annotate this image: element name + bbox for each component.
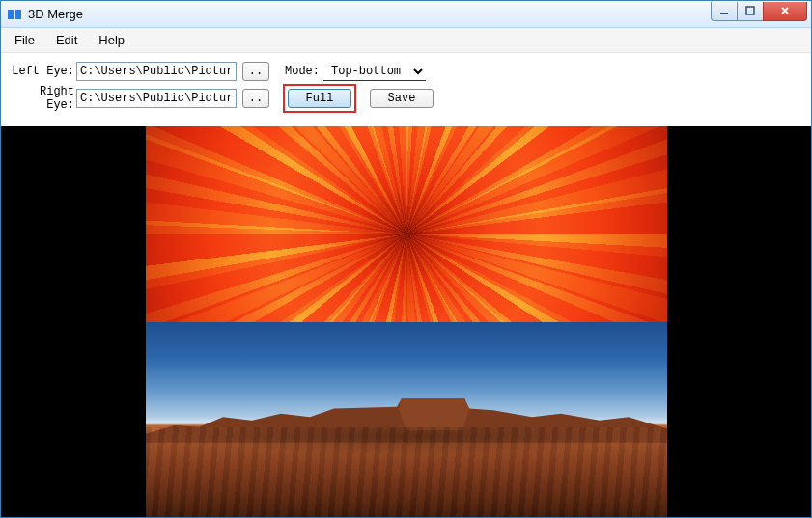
minimize-button[interactable] <box>711 2 738 21</box>
right-eye-row: Right Eye: .. Full Save <box>11 88 801 109</box>
ground-shadow <box>146 427 667 517</box>
menu-help[interactable]: Help <box>98 33 125 47</box>
flower-image <box>146 126 667 322</box>
left-eye-row: Left Eye: .. Mode: Top-bottom <box>11 61 801 82</box>
app-window: 3D Merge File Edit Help Left Eye: .. Mod… <box>0 0 812 518</box>
controls-panel: Left Eye: .. Mode: Top-bottom Right Eye:… <box>1 53 811 126</box>
mode-label: Mode: <box>285 65 320 78</box>
right-eye-input[interactable] <box>76 89 237 108</box>
save-button[interactable]: Save <box>370 89 434 108</box>
app-icon <box>7 7 22 22</box>
svg-rect-1 <box>15 10 21 19</box>
preview-area <box>1 126 811 517</box>
titlebar: 3D Merge <box>1 1 811 28</box>
right-eye-browse-button[interactable]: .. <box>242 89 269 108</box>
left-eye-input[interactable] <box>76 62 237 81</box>
window-controls <box>712 2 807 21</box>
bottom-image <box>146 322 667 518</box>
mode-select[interactable]: Top-bottom <box>323 62 426 81</box>
menubar: File Edit Help <box>1 28 811 53</box>
desert-image <box>146 322 667 518</box>
full-button[interactable]: Full <box>288 89 351 108</box>
maximize-button[interactable] <box>737 2 764 21</box>
svg-rect-0 <box>8 10 14 19</box>
left-eye-label: Left Eye: <box>11 65 74 78</box>
top-image <box>146 126 667 322</box>
close-button[interactable] <box>763 2 807 21</box>
menu-edit[interactable]: Edit <box>56 33 77 47</box>
full-button-highlight: Full <box>283 84 356 113</box>
left-eye-browse-button[interactable]: .. <box>242 62 269 81</box>
window-title: 3D Merge <box>28 7 83 21</box>
svg-rect-3 <box>746 7 754 14</box>
svg-rect-2 <box>720 13 728 14</box>
menu-file[interactable]: File <box>14 33 35 47</box>
right-eye-label: Right Eye: <box>11 85 74 112</box>
